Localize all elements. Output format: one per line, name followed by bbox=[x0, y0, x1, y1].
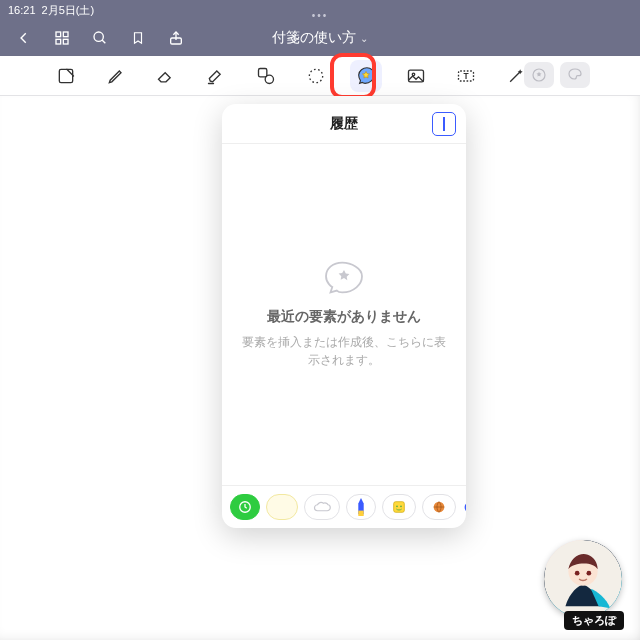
status-date: 2月5日(土) bbox=[42, 3, 95, 18]
svg-point-4 bbox=[94, 32, 103, 41]
svg-rect-0 bbox=[56, 32, 61, 37]
stamp-button[interactable] bbox=[382, 494, 416, 520]
shape-tool[interactable] bbox=[250, 60, 282, 92]
empty-title: 最近の要素がありません bbox=[267, 308, 421, 326]
lasso-tool[interactable] bbox=[300, 60, 332, 92]
popover-title: 履歴 bbox=[330, 115, 358, 133]
pen-tool[interactable] bbox=[100, 60, 132, 92]
empty-subtitle: 要素を挿入または作成後、こちらに表示されます。 bbox=[242, 334, 446, 369]
bookmark-button[interactable] bbox=[124, 24, 152, 52]
add-category-button[interactable]: ⊕ bbox=[462, 494, 466, 520]
favorite-disabled-button[interactable] bbox=[524, 62, 554, 88]
sticky-yellow-button[interactable] bbox=[266, 494, 298, 520]
image-tool[interactable] bbox=[400, 60, 432, 92]
svg-text:T: T bbox=[463, 71, 468, 81]
tool-bar: T bbox=[0, 56, 640, 96]
page-title[interactable]: 付箋の使い方 ⌄ bbox=[272, 29, 368, 47]
svg-point-19 bbox=[396, 505, 398, 507]
history-popover: 履歴 最近の要素がありません 要素を挿入または作成後、こちらに表示されます。 ⊕ bbox=[222, 104, 466, 528]
svg-point-25 bbox=[587, 571, 592, 576]
popover-footer: ⊕ bbox=[222, 485, 466, 528]
svg-rect-1 bbox=[63, 32, 68, 37]
svg-point-20 bbox=[400, 505, 402, 507]
svg-point-24 bbox=[575, 571, 580, 576]
history-tab-button[interactable] bbox=[230, 494, 260, 520]
svg-rect-8 bbox=[259, 68, 267, 76]
status-time: 16:21 bbox=[8, 4, 36, 16]
toolbar-right-group bbox=[524, 62, 590, 88]
svg-point-10 bbox=[309, 69, 322, 82]
svg-rect-7 bbox=[59, 69, 72, 82]
popover-header: 履歴 bbox=[222, 104, 466, 144]
select-frame-tool[interactable] bbox=[50, 60, 82, 92]
text-tool[interactable]: T bbox=[450, 60, 482, 92]
pen-preset-button[interactable] bbox=[346, 494, 376, 520]
palette-disabled-button[interactable] bbox=[560, 62, 590, 88]
ball-sticker-button[interactable] bbox=[422, 494, 456, 520]
svg-rect-17 bbox=[358, 511, 363, 516]
eraser-tool[interactable] bbox=[150, 60, 182, 92]
back-button[interactable] bbox=[10, 24, 38, 52]
empty-star-icon bbox=[321, 260, 367, 296]
svg-line-5 bbox=[102, 40, 105, 43]
creator-label: ちゃろぽ bbox=[564, 611, 624, 630]
svg-rect-3 bbox=[63, 39, 68, 44]
chevron-down-icon: ⌄ bbox=[360, 33, 368, 44]
svg-rect-18 bbox=[394, 502, 405, 513]
creator-avatar bbox=[544, 540, 622, 618]
cloud-shape-button[interactable] bbox=[304, 494, 340, 520]
popover-body: 最近の要素がありません 要素を挿入または作成後、こちらに表示されます。 bbox=[222, 144, 466, 485]
highlighter-tool[interactable] bbox=[200, 60, 232, 92]
share-button[interactable] bbox=[162, 24, 190, 52]
search-button[interactable] bbox=[86, 24, 114, 52]
drag-handle-icon[interactable]: ••• bbox=[312, 10, 329, 21]
layout-toggle-button[interactable] bbox=[432, 112, 456, 136]
sticker-tool[interactable] bbox=[350, 60, 382, 92]
svg-rect-2 bbox=[56, 39, 61, 44]
grid-button[interactable] bbox=[48, 24, 76, 52]
svg-point-9 bbox=[265, 75, 273, 83]
top-nav: ••• 付箋の使い方 ⌄ bbox=[0, 20, 640, 56]
